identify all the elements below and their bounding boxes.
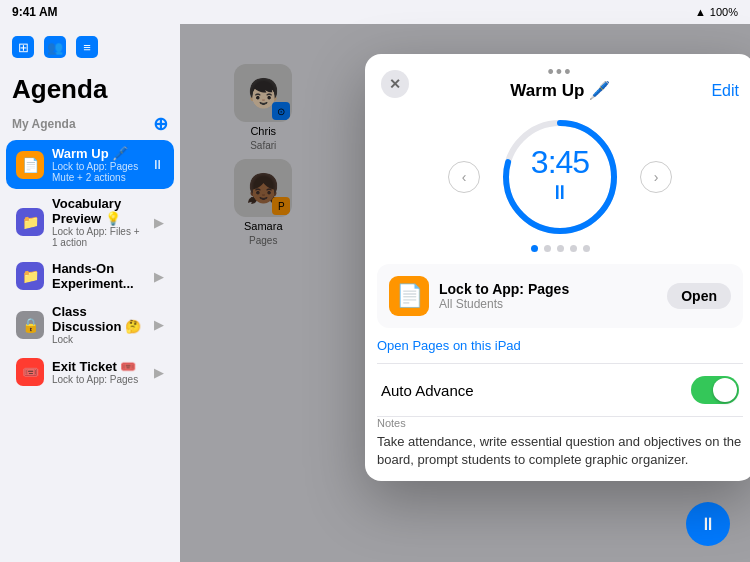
- sidebar-item-hands-on[interactable]: 📁 Hands-On Experiment... ▶: [6, 255, 174, 297]
- modal-dots: •••: [548, 62, 573, 83]
- open-pages-link[interactable]: Open Pages on this iPad: [365, 338, 750, 363]
- action-title: Lock to App: Pages: [439, 281, 657, 297]
- status-time: 9:41 AM: [12, 5, 58, 19]
- sidebar-item-class-discussion[interactable]: 🔒 Class Discussion 🤔 Lock ▶: [6, 298, 174, 351]
- auto-advance-label: Auto Advance: [381, 382, 474, 399]
- timer-time: 3:45: [531, 144, 589, 181]
- sidebar-grid-icon[interactable]: ⊞: [12, 36, 34, 58]
- modal-header: ✕ ••• Warm Up 🖊️ Edit: [365, 54, 750, 101]
- sidebar: ⊞ 👥 ≡ Agenda My Agenda ⊕ 📄 Warm Up 🖊️ Lo…: [0, 24, 180, 562]
- warm-up-subtitle: Lock to App: Pages: [52, 161, 143, 172]
- action-open-button[interactable]: Open: [667, 283, 731, 309]
- exit-ticket-subtitle: Lock to App: Pages: [52, 374, 146, 385]
- sidebar-list-icon[interactable]: ≡: [76, 36, 98, 58]
- wifi-icon: ▲: [695, 6, 706, 18]
- dot-4: [570, 245, 577, 252]
- dot-1: [531, 245, 538, 252]
- timer-container: ‹ 3:45 ⏸ ›: [365, 101, 750, 245]
- sidebar-item-warm-up[interactable]: 📄 Warm Up 🖊️ Lock to App: Pages Mute + 2…: [6, 140, 174, 189]
- battery-label: 100%: [710, 6, 738, 18]
- section-label-text: My Agenda: [12, 117, 76, 131]
- timer-pause-icon[interactable]: ⏸: [531, 181, 589, 204]
- sidebar-section-label: My Agenda ⊕: [0, 109, 180, 139]
- sidebar-title: Agenda: [12, 74, 107, 105]
- notes-section: Notes Take attendance, write essential q…: [365, 417, 750, 481]
- warm-up-pause-icon: ⏸: [151, 157, 164, 172]
- warm-up-title: Warm Up 🖊️: [52, 146, 143, 161]
- status-bar: 9:41 AM ▲ 100%: [0, 0, 750, 24]
- warm-up-subtitle2: Mute + 2 actions: [52, 172, 143, 183]
- dot-3: [557, 245, 564, 252]
- dot-5: [583, 245, 590, 252]
- auto-advance-row: Auto Advance: [365, 364, 750, 416]
- exit-ticket-app-icon: 🎟️: [16, 358, 44, 386]
- timer-display: 3:45 ⏸: [531, 144, 589, 204]
- class-discussion-app-icon: 🔒: [16, 311, 44, 339]
- action-card: 📄 Lock to App: Pages All Students Open: [377, 264, 743, 328]
- exit-ticket-arrow: ▶: [154, 365, 164, 380]
- hands-on-title: Hands-On Experiment...: [52, 261, 146, 291]
- modal-edit-button[interactable]: Edit: [711, 68, 739, 100]
- vocabulary-title: Vocabulary Preview 💡: [52, 196, 146, 226]
- auto-advance-toggle[interactable]: [691, 376, 739, 404]
- timer-circle: 3:45 ⏸: [500, 117, 620, 237]
- main-content: 👥 👁 🔒 🔇 😊 Select 👦🏻 ⊙ Chris Safari 👦🏽 K …: [180, 24, 750, 562]
- notes-text: Take attendance, write essential questio…: [377, 433, 743, 469]
- bottom-pause-button[interactable]: ⏸: [686, 502, 730, 546]
- hands-on-arrow: ▶: [154, 269, 164, 284]
- action-subtitle: All Students: [439, 297, 657, 311]
- dots-indicator: [365, 245, 750, 264]
- modal: ✕ ••• Warm Up 🖊️ Edit ‹ 3:45 ⏸ ›: [365, 54, 750, 481]
- timer-prev-button[interactable]: ‹: [448, 161, 480, 193]
- modal-close-button[interactable]: ✕: [381, 70, 409, 98]
- sidebar-item-vocabulary[interactable]: 📁 Vocabulary Preview 💡 Lock to App: File…: [6, 190, 174, 254]
- sidebar-add-icon[interactable]: ⊕: [153, 113, 168, 135]
- exit-ticket-title: Exit Ticket 🎟️: [52, 359, 146, 374]
- vocabulary-arrow: ▶: [154, 215, 164, 230]
- status-icons: ▲ 100%: [695, 6, 738, 18]
- notes-label: Notes: [377, 417, 743, 429]
- pages-app-icon: 📄: [389, 276, 429, 316]
- sidebar-header: Agenda: [0, 66, 180, 109]
- sidebar-group-icon[interactable]: 👥: [44, 36, 66, 58]
- class-discussion-subtitle: Lock: [52, 334, 146, 345]
- modal-title: Warm Up 🖊️: [510, 81, 610, 100]
- timer-next-button[interactable]: ›: [640, 161, 672, 193]
- sidebar-item-exit-ticket[interactable]: 🎟️ Exit Ticket 🎟️ Lock to App: Pages ▶: [6, 352, 174, 392]
- hands-on-app-icon: 📁: [16, 262, 44, 290]
- warm-up-app-icon: 📄: [16, 151, 44, 179]
- class-discussion-title: Class Discussion 🤔: [52, 304, 146, 334]
- vocabulary-app-icon: 📁: [16, 208, 44, 236]
- sidebar-toolbar: ⊞ 👥 ≡: [0, 32, 180, 66]
- class-discussion-arrow: ▶: [154, 317, 164, 332]
- dot-2: [544, 245, 551, 252]
- vocabulary-subtitle: Lock to App: Files + 1 action: [52, 226, 146, 248]
- toggle-thumb: [713, 378, 737, 402]
